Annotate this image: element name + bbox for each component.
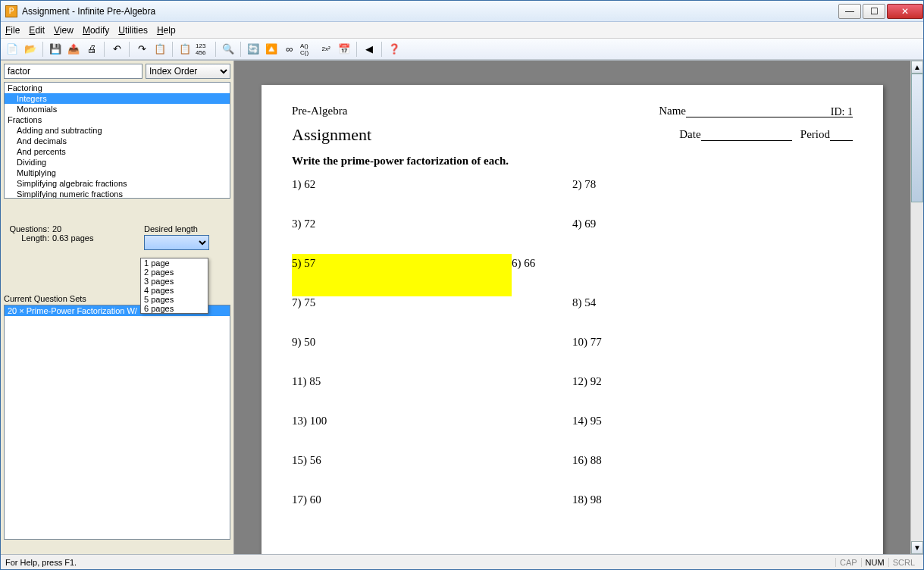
question-item[interactable]: 15) 56	[292, 454, 572, 493]
scroll-up-icon[interactable]: ▲	[911, 61, 923, 74]
question-item[interactable]: 16) 88	[572, 454, 853, 493]
question-item[interactable]: 3) 72	[292, 218, 572, 257]
toolbar-button-5[interactable]: ↶	[108, 41, 125, 58]
status-bar: For Help, press F1. CAP NUM SCRL	[1, 554, 923, 569]
question-set-list[interactable]: 20 × Prime-Power Factorization W/	[4, 305, 230, 540]
length-option[interactable]: 3 pages	[141, 277, 208, 286]
toolbar-button-12[interactable]: 🔼	[263, 41, 280, 58]
status-help-text: For Help, press F1.	[5, 558, 77, 567]
topic-group[interactable]: Fractions	[5, 114, 230, 125]
title-bar: P Assignment - Infinite Pre-Algebra — ☐ …	[1, 1, 923, 22]
toolbar-button-3[interactable]: 📤	[65, 41, 82, 58]
subject-label: Pre-Algebra	[292, 105, 347, 117]
toolbar-button-10[interactable]: 🔍	[220, 41, 236, 58]
toolbar-button-2[interactable]: 💾	[47, 41, 64, 58]
topic-item[interactable]: Simplifying algebraic fractions	[5, 178, 230, 189]
close-button[interactable]: ✕	[887, 4, 923, 19]
question-item[interactable]: 2) 78	[572, 178, 853, 218]
worksheet-page: ID: 1 Pre-Algebra Name Assignment Date P…	[262, 85, 883, 554]
length-label: Length:	[7, 233, 49, 243]
toolbar-button-16[interactable]: 📅	[336, 41, 352, 58]
desired-length-select[interactable]	[144, 235, 209, 250]
question-item[interactable]: 13) 100	[292, 415, 572, 454]
menu-item-edit[interactable]: Edit	[29, 25, 45, 36]
length-option[interactable]: 4 pages	[141, 286, 208, 295]
question-item[interactable]: 8) 54	[572, 296, 853, 336]
length-option[interactable]: 1 page	[141, 258, 208, 268]
toolbar-button-8[interactable]: 📋	[177, 41, 193, 58]
window-title: Assignment - Infinite Pre-Algebra	[22, 6, 837, 17]
length-option[interactable]: 5 pages	[141, 295, 208, 304]
length-option[interactable]: 6 pages	[141, 304, 208, 313]
toolbar-button-15[interactable]: 2x²	[318, 41, 334, 58]
menu-item-modify[interactable]: Modify	[83, 25, 109, 36]
toolbar-button-9[interactable]: 123 456	[195, 41, 211, 58]
question-item[interactable]: 17) 60	[292, 493, 572, 533]
maximize-button[interactable]: ☐	[863, 4, 885, 19]
main-area: Index Order FactoringIntegersMonomialsFr…	[1, 60, 923, 554]
toolbar-button-11[interactable]: 🔄	[245, 41, 262, 58]
menu-item-help[interactable]: Help	[157, 25, 176, 36]
app-icon: P	[5, 5, 17, 17]
preview-area: ID: 1 Pre-Algebra Name Assignment Date P…	[234, 61, 923, 554]
minimize-button[interactable]: —	[838, 4, 861, 19]
menu-item-view[interactable]: View	[54, 25, 74, 36]
question-item[interactable]: 12) 92	[572, 375, 853, 415]
topic-item[interactable]: And decimals	[5, 136, 230, 146]
scroll-thumb[interactable]	[911, 74, 923, 202]
desired-length-popup[interactable]: 1 page2 pages3 pages4 pages5 pages6 page…	[140, 258, 208, 314]
topic-list[interactable]: FactoringIntegersMonomialsFractionsAddin…	[4, 82, 230, 199]
question-item[interactable]: 9) 50	[292, 336, 572, 375]
topic-item[interactable]: And percents	[5, 146, 230, 157]
length-value: 0.63 pages	[52, 233, 93, 243]
menu-item-utilities[interactable]: Utilities	[118, 25, 148, 36]
left-panel: Index Order FactoringIntegersMonomialsFr…	[1, 61, 234, 554]
topic-item[interactable]: Dividing	[5, 157, 230, 168]
length-option[interactable]: 2 pages	[141, 268, 208, 277]
question-item[interactable]: 11) 85	[292, 375, 572, 415]
topic-item[interactable]: Adding and subtracting	[5, 125, 230, 136]
order-select[interactable]: Index Order	[146, 64, 230, 79]
topic-item[interactable]: Integers	[5, 93, 230, 104]
question-item[interactable]: 7) 75	[292, 296, 572, 336]
questions-value: 20	[52, 224, 61, 233]
toolbar-button-0[interactable]: 📄	[4, 41, 20, 58]
menu-bar: FileEditViewModifyUtilitiesHelp	[1, 22, 923, 39]
question-item[interactable]: 4) 69	[572, 218, 853, 257]
date-period-line: Date Period	[292, 128, 853, 141]
toolbar-button-4[interactable]: 🖨	[83, 41, 100, 58]
preview-scrollbar[interactable]: ▲ ▼	[910, 61, 923, 554]
toolbar: 📄📂💾📤🖨↶↷📋📋123 456🔍🔄🔼∞A() C()2x²📅◀❓	[1, 39, 923, 60]
status-cap: CAP	[835, 558, 861, 567]
toolbar-button-1[interactable]: 📂	[22, 41, 39, 58]
questions-label: Questions:	[7, 224, 49, 233]
menu-item-file[interactable]: File	[5, 25, 20, 36]
name-field: Name	[659, 105, 853, 117]
question-item[interactable]: 18) 98	[572, 493, 853, 533]
instruction-text: Write the prime-power factorization of e…	[292, 155, 853, 168]
question-item[interactable]: 10) 77	[572, 336, 853, 375]
question-item[interactable]: 5) 57	[292, 254, 512, 296]
toolbar-button-14[interactable]: A() C()	[299, 41, 316, 58]
question-item[interactable]: 14) 95	[572, 415, 853, 454]
topic-item[interactable]: Monomials	[5, 104, 230, 114]
toolbar-button-18[interactable]: ❓	[386, 41, 402, 58]
question-item[interactable]: 6) 66	[512, 257, 792, 296]
toolbar-button-7[interactable]: 📋	[152, 41, 168, 58]
search-input[interactable]	[4, 64, 143, 79]
status-scrl: SCRL	[888, 558, 919, 567]
topic-item[interactable]: Simplifying numeric fractions	[5, 189, 230, 199]
toolbar-button-13[interactable]: ∞	[281, 41, 298, 58]
toolbar-button-6[interactable]: ↷	[133, 41, 150, 58]
topic-group[interactable]: Factoring	[5, 83, 230, 93]
desired-length-label: Desired length	[144, 224, 227, 233]
toolbar-button-17[interactable]: ◀	[361, 41, 377, 58]
status-num: NUM	[861, 558, 888, 567]
question-item[interactable]: 1) 62	[292, 178, 572, 218]
topic-item[interactable]: Multiplying	[5, 168, 230, 178]
scroll-down-icon[interactable]: ▼	[911, 541, 923, 554]
